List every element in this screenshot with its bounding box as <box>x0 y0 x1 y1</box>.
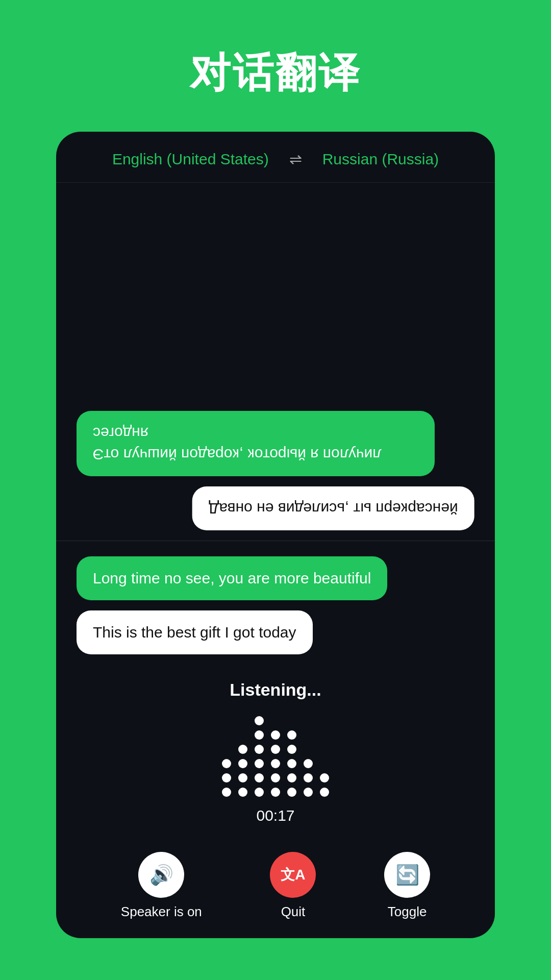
upper-messages: Это лучший подарок, который я получил се… <box>56 183 495 541</box>
speaker-label: Speaker is on <box>121 904 202 920</box>
toggle-button[interactable]: 🔄 Toggle <box>384 852 430 920</box>
toggle-icon-circle[interactable]: 🔄 <box>384 852 430 898</box>
quit-label: Quit <box>281 904 306 920</box>
toggle-icon: 🔄 <box>395 864 419 886</box>
waveform-col-7 <box>320 773 329 797</box>
toggle-label: Toggle <box>388 904 427 920</box>
swap-icon[interactable]: ⇌ <box>289 150 302 168</box>
waveform-col-5 <box>287 730 296 797</box>
speaker-button[interactable]: 🔊 Speaker is on <box>121 852 202 920</box>
quit-button[interactable]: 文A Quit <box>270 852 316 920</box>
bottom-bar: 🔊 Speaker is on 文A Quit 🔄 Toggle <box>56 842 495 938</box>
lower-bubble-green: Long time no see, you are more beautiful <box>77 556 387 600</box>
waveform-col-6 <box>304 759 313 797</box>
main-card: English (United States) ⇌ Russian (Russi… <box>56 132 495 938</box>
waveform <box>222 715 329 797</box>
left-language[interactable]: English (United States) <box>112 151 269 168</box>
timer-display: 00:17 <box>256 807 294 824</box>
listening-section: Listening... <box>56 665 495 842</box>
waveform-col-4 <box>271 730 280 797</box>
upper-bubble-green: Это лучший подарок, который я получил се… <box>77 411 435 476</box>
waveform-col-2 <box>238 745 247 797</box>
waveform-col-1 <box>222 759 231 797</box>
waveform-col-3 <box>255 716 264 797</box>
quit-icon-circle[interactable]: 文A <box>270 852 316 898</box>
language-bar: English (United States) ⇌ Russian (Russi… <box>56 132 495 183</box>
speaker-icon: 🔊 <box>149 864 173 886</box>
lower-bubble-white: This is the best gift I got today <box>77 610 313 654</box>
lower-messages: Long time no see, you are more beautiful… <box>56 541 495 665</box>
app-title: 对话翻译 <box>190 46 361 101</box>
speaker-icon-circle[interactable]: 🔊 <box>138 852 184 898</box>
upper-bubble-white: Давно не виделись, ты прекрасней <box>192 486 474 530</box>
translate-icon: 文A <box>281 865 305 885</box>
right-language[interactable]: Russian (Russia) <box>322 151 439 168</box>
listening-label: Listening... <box>230 680 321 700</box>
